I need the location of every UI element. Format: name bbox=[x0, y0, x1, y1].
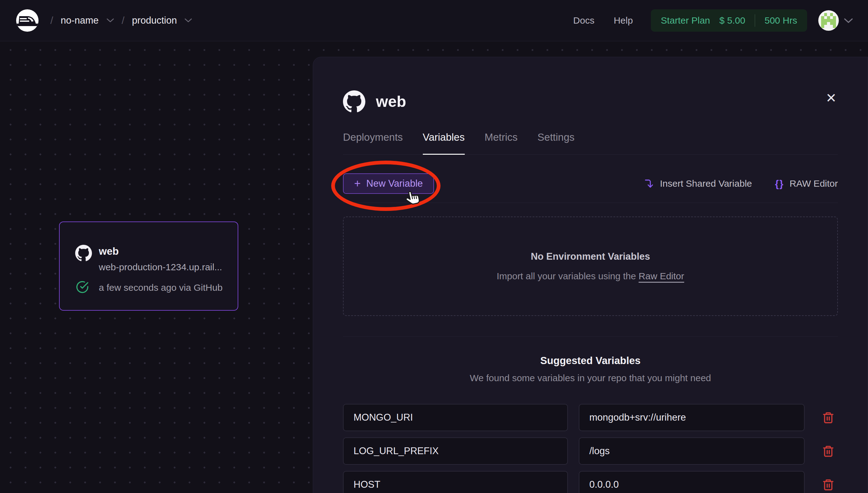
raw-editor-button[interactable]: {} RAW Editor bbox=[775, 178, 838, 190]
raw-editor-link[interactable]: Raw Editor bbox=[639, 271, 685, 281]
braces-icon: {} bbox=[775, 178, 784, 190]
service-domain[interactable]: web-production-1234.up.rail... bbox=[99, 262, 222, 273]
new-variable-button[interactable]: + New Variable bbox=[343, 173, 434, 194]
github-icon bbox=[75, 245, 92, 261]
breadcrumb-project[interactable]: no-name bbox=[61, 15, 99, 26]
topbar-right: Docs Help Starter Plan $ 5.00 500 Hrs bbox=[573, 9, 852, 32]
raw-editor-label: RAW Editor bbox=[789, 178, 838, 189]
railway-logo-icon[interactable] bbox=[16, 9, 39, 32]
panel-tabs: Deployments Variables Metrics Settings bbox=[343, 131, 838, 155]
plan-name: Starter Plan bbox=[661, 15, 710, 26]
account-chevron-down-icon[interactable] bbox=[844, 18, 852, 23]
insert-shared-variable-label: Insert Shared Variable bbox=[660, 178, 752, 189]
breadcrumb: / no-name / production bbox=[50, 15, 192, 26]
delete-variable-trash-icon[interactable] bbox=[822, 411, 834, 424]
breadcrumb-environment[interactable]: production bbox=[132, 15, 177, 26]
chevron-down-icon[interactable] bbox=[106, 18, 114, 23]
help-link[interactable]: Help bbox=[613, 15, 633, 26]
empty-variables-box: No Environment Variables Import all your… bbox=[343, 216, 838, 316]
user-avatar[interactable] bbox=[818, 10, 839, 31]
toolbar-right: Insert Shared Variable {} RAW Editor bbox=[644, 178, 838, 190]
variable-value-input[interactable]: mongodb+srv://urihere bbox=[579, 404, 805, 431]
top-navigation-bar: / no-name / production Docs Help Starter… bbox=[0, 0, 868, 41]
deploy-status-text: a few seconds ago via GitHub bbox=[99, 282, 223, 293]
tab-settings[interactable]: Settings bbox=[538, 131, 574, 154]
empty-state-text: Import all your variables using the bbox=[497, 271, 639, 281]
variable-row: LOG_URL_PREFIX /logs bbox=[343, 437, 838, 465]
tab-metrics[interactable]: Metrics bbox=[485, 131, 518, 154]
variable-key-input[interactable]: MONGO_URI bbox=[343, 404, 568, 431]
breadcrumb-separator: / bbox=[122, 15, 125, 26]
empty-state-title: No Environment Variables bbox=[530, 251, 650, 262]
variable-key-input[interactable]: HOST bbox=[343, 471, 568, 493]
variable-key-input[interactable]: LOG_URL_PREFIX bbox=[343, 437, 568, 465]
delete-variable-trash-icon[interactable] bbox=[822, 478, 834, 491]
variable-value-input[interactable]: 0.0.0.0 bbox=[579, 471, 805, 493]
plus-icon: + bbox=[354, 178, 361, 189]
delete-variable-trash-icon[interactable] bbox=[822, 444, 834, 458]
suggested-variables-title: Suggested Variables bbox=[343, 355, 838, 367]
panel-header: web ✕ bbox=[343, 90, 838, 113]
breadcrumb-separator: / bbox=[50, 15, 53, 26]
toolbar-divider bbox=[343, 202, 838, 203]
variables-toolbar: + New Variable Insert Shared Variable {}… bbox=[343, 173, 838, 194]
service-card-web[interactable]: web web-production-1234.up.rail... a few… bbox=[59, 221, 238, 310]
suggested-variables-header: Suggested Variables We found some variab… bbox=[343, 355, 838, 383]
plan-usage-pill[interactable]: Starter Plan $ 5.00 500 Hrs bbox=[651, 9, 807, 32]
new-variable-label: New Variable bbox=[366, 178, 423, 189]
pill-divider bbox=[755, 14, 755, 27]
docs-link[interactable]: Docs bbox=[573, 15, 594, 26]
chevron-down-icon[interactable] bbox=[184, 18, 192, 23]
service-name: web bbox=[99, 245, 119, 257]
github-icon bbox=[343, 90, 365, 113]
variable-value-input[interactable]: /logs bbox=[579, 437, 805, 465]
service-panel: web ✕ Deployments Variables Metrics Sett… bbox=[313, 57, 868, 493]
tab-deployments[interactable]: Deployments bbox=[343, 131, 403, 154]
insert-shared-variable-button[interactable]: Insert Shared Variable bbox=[644, 178, 752, 189]
section-divider bbox=[343, 337, 838, 337]
suggested-variables-list: MONGO_URI mongodb+srv://urihere LOG_URL_… bbox=[343, 404, 838, 493]
suggested-variables-subtitle: We found some variables in your repo tha… bbox=[343, 373, 838, 383]
close-icon[interactable]: ✕ bbox=[826, 92, 837, 105]
tab-variables[interactable]: Variables bbox=[423, 131, 465, 154]
plan-hours: 500 Hrs bbox=[764, 15, 797, 26]
deploy-success-check-icon bbox=[76, 280, 89, 294]
avatar-identicon bbox=[821, 13, 836, 28]
panel-title: web bbox=[376, 92, 406, 111]
corner-right-down-icon bbox=[644, 178, 654, 189]
variable-row: HOST 0.0.0.0 bbox=[343, 471, 838, 493]
plan-credit: $ 5.00 bbox=[719, 15, 745, 26]
variable-row: MONGO_URI mongodb+srv://urihere bbox=[343, 404, 838, 431]
empty-state-description: Import all your variables using the Raw … bbox=[497, 271, 685, 281]
